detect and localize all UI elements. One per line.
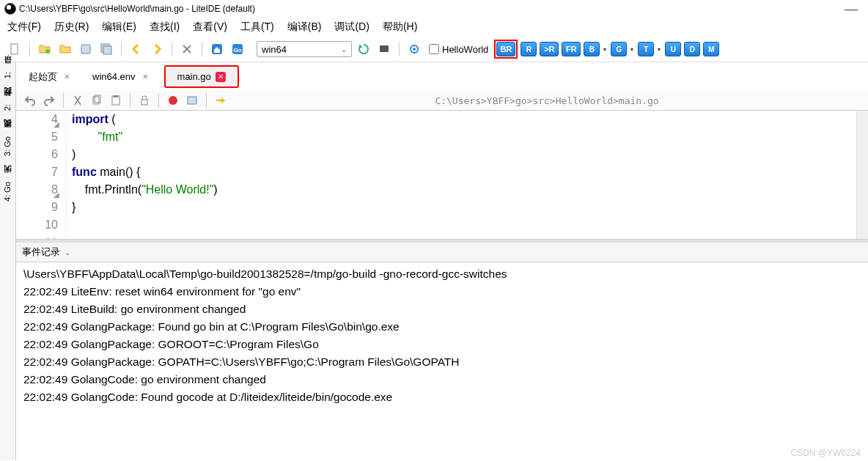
- separator: [29, 42, 30, 56]
- menu-view[interactable]: 查看(V): [193, 21, 227, 34]
- menu-edit[interactable]: 编辑(E): [102, 21, 136, 34]
- project-checkbox-input[interactable]: [429, 44, 439, 54]
- sidetab-dirs[interactable]: 1: 目录: [1, 65, 15, 83]
- env-selector[interactable]: win64 ⌄: [257, 41, 352, 57]
- log-line: 22:02:49 GolangPackage: GOROOT=C:\Progra…: [23, 336, 861, 353]
- code-editor[interactable]: 4◢ 5 6 7 8◢ 9 10 11 import ( "fmt")func …: [16, 111, 868, 240]
- menu-debug[interactable]: 调试(D): [334, 21, 369, 34]
- sidetab-outline[interactable]: 4: Go 大纲: [1, 175, 15, 206]
- bookmark-nav-icon[interactable]: [184, 92, 200, 108]
- svg-rect-0: [11, 44, 18, 54]
- svg-rect-2: [81, 45, 90, 54]
- b-dropdown-icon[interactable]: ▾: [603, 46, 606, 53]
- app-icon: [4, 3, 16, 15]
- fr-button[interactable]: FR: [562, 42, 581, 56]
- log-line: 22:02:49 LiteEnv: reset win64 environmen…: [23, 283, 861, 300]
- br-button[interactable]: BR: [496, 42, 515, 56]
- redo-icon[interactable]: [41, 92, 57, 108]
- copy-icon[interactable]: [89, 92, 105, 108]
- undo-icon[interactable]: [22, 92, 38, 108]
- file-tab-bar: 起始页 ✕ win64.env ✕ main.go ✕: [16, 62, 868, 91]
- separator: [172, 42, 172, 56]
- editor-scrollbar[interactable]: [856, 111, 868, 239]
- g-button[interactable]: G: [611, 42, 627, 56]
- svg-rect-8: [380, 45, 389, 52]
- separator: [63, 93, 64, 108]
- save-icon[interactable]: [77, 40, 95, 58]
- gear-icon[interactable]: [405, 40, 423, 58]
- r-button[interactable]: R: [521, 42, 537, 56]
- u-button[interactable]: U: [665, 42, 681, 56]
- svg-rect-17: [188, 97, 196, 104]
- record-icon[interactable]: [165, 92, 181, 108]
- svg-point-10: [413, 48, 416, 51]
- close-icon[interactable]: ✕: [62, 72, 72, 82]
- separator: [202, 42, 202, 56]
- home-icon[interactable]: [208, 40, 226, 58]
- monitor-icon[interactable]: [375, 40, 393, 58]
- menu-help[interactable]: 帮助(H): [383, 21, 417, 34]
- d-button[interactable]: D: [684, 42, 700, 56]
- code-body[interactable]: import ( "fmt")func main() { fmt.Println…: [66, 111, 856, 239]
- sr-button[interactable]: >R: [540, 42, 559, 56]
- project-checkbox[interactable]: HelloWorld: [429, 44, 488, 55]
- svg-rect-14: [114, 95, 118, 97]
- tab-start-page[interactable]: 起始页 ✕: [22, 67, 78, 87]
- folder-icon[interactable]: [56, 40, 74, 58]
- log-output[interactable]: \Users\YBFF\AppData\Local\Temp\go-build2…: [16, 262, 868, 460]
- back-icon[interactable]: [128, 40, 145, 58]
- m-button[interactable]: M: [703, 42, 719, 56]
- tab-label: win64.env: [92, 71, 136, 82]
- line-number-gutter: 4◢ 5 6 7 8◢ 9 10 11: [16, 111, 66, 239]
- separator: [158, 93, 159, 108]
- window-title: C:\Users\YBFF\go\src\HelloWorld\main.go …: [19, 4, 839, 14]
- log-line: 22:02:49 GolangPackage: GOPATH=C:\Users\…: [23, 353, 861, 371]
- go-icon[interactable]: Go: [229, 40, 246, 58]
- highlight-br-button: BR: [494, 40, 518, 59]
- svg-rect-4: [103, 46, 111, 54]
- t-dropdown-icon[interactable]: ▾: [658, 46, 661, 53]
- paste-icon[interactable]: [108, 92, 124, 108]
- svg-text:Go: Go: [233, 47, 241, 54]
- minimize-button[interactable]: —: [839, 1, 864, 17]
- env-selected-value: win64: [262, 44, 287, 55]
- menu-file[interactable]: 文件(F): [7, 21, 41, 34]
- menu-tools[interactable]: 工具(T): [240, 21, 274, 34]
- log-line: 22:02:49 GolangPackage: Found go bin at …: [23, 318, 861, 336]
- sidetab-opendocs[interactable]: 2: 打开文档: [1, 97, 15, 115]
- log-line: 22:02:49 LiteBuild: go environment chang…: [23, 300, 861, 318]
- log-line: 22:02:49 GolangCode: go environment chan…: [23, 371, 861, 388]
- log-panel-header[interactable]: 事件记录 ⌄: [16, 243, 868, 262]
- forward-icon[interactable]: [148, 40, 166, 58]
- refresh-icon[interactable]: [355, 40, 372, 58]
- tab-env-file[interactable]: win64.env ✕: [86, 67, 157, 86]
- close-icon[interactable]: ✕: [216, 72, 226, 82]
- new-file-icon[interactable]: [6, 40, 23, 58]
- menu-build[interactable]: 编译(B): [287, 21, 322, 34]
- tab-main-go[interactable]: main.go ✕: [164, 65, 239, 88]
- sidetab-classview[interactable]: 3: Go 类视图: [1, 130, 15, 161]
- b-button[interactable]: B: [584, 42, 600, 56]
- log-panel-title: 事件记录: [22, 246, 60, 259]
- menu-find[interactable]: 查找(I): [150, 21, 180, 34]
- jump-icon[interactable]: [213, 92, 229, 108]
- menubar: 文件(F) 历史(R) 编辑(E) 查找(I) 查看(V) 工具(T) 编译(B…: [0, 18, 868, 37]
- separator: [121, 42, 122, 56]
- close-icon[interactable]: ✕: [140, 72, 150, 82]
- sidebar: 1: 目录 2: 打开文档 3: Go 类视图 4: Go 大纲: [0, 62, 16, 460]
- separator: [130, 93, 130, 108]
- svg-point-1: [45, 49, 50, 54]
- save-all-icon[interactable]: [98, 40, 115, 58]
- tools-icon[interactable]: [178, 40, 196, 58]
- open-folder-icon[interactable]: [36, 40, 54, 58]
- svg-rect-15: [141, 100, 147, 105]
- tab-label: 起始页: [29, 70, 57, 84]
- editor-toolbar: C:\Users>YBFF>go>src>HelloWorld>main.go: [16, 91, 868, 111]
- lock-icon[interactable]: [136, 92, 152, 108]
- chevron-down-icon: ⌄: [65, 248, 70, 257]
- breadcrumb: C:\Users>YBFF>go>src>HelloWorld>main.go: [232, 95, 862, 106]
- g-dropdown-icon[interactable]: ▾: [630, 46, 633, 53]
- t-button[interactable]: T: [638, 42, 654, 56]
- cut-icon[interactable]: [70, 92, 86, 108]
- menu-history[interactable]: 历史(R): [54, 21, 89, 34]
